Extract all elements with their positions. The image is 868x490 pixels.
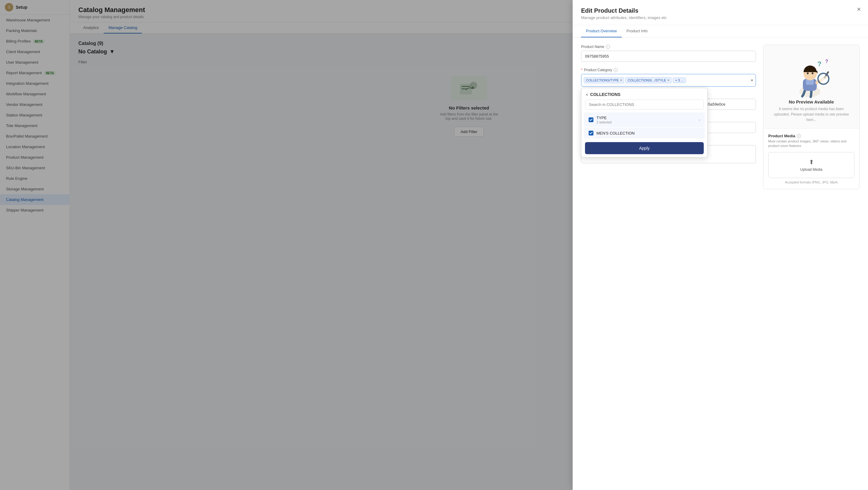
edit-product-modal: Edit Product Details Manage product attr… [572,0,868,490]
preview-side: ? ? No Preview Available It seems like n… [763,45,860,483]
collection-item-mens[interactable]: MEN'S COLLECTION [584,127,705,139]
tab-product-overview[interactable]: Product Overview [581,25,622,37]
accepted-formats: Accepted formats (PNG, JPG, Mp4) [768,180,855,184]
chips-more: + 3 ... [673,78,686,83]
upload-media-label: Upload Media [800,168,823,172]
collections-nav: ‹ COLLECTIONS [581,88,707,99]
chip-collections-type: COLLECTIONS/TYPE × [584,77,624,83]
no-preview-illustration-svg: ? ? [787,57,835,99]
category-chips-input[interactable]: COLLECTIONS/TYPE × COLLECTIONS/.../STYLE… [581,74,756,87]
product-name-group: Product Name i [581,45,756,62]
collections-search-input[interactable] [585,99,704,110]
apply-button[interactable]: Apply [585,142,704,154]
svg-text:?: ? [817,60,821,67]
chip-type-remove[interactable]: × [620,78,622,82]
collections-panel: ‹ COLLECTIONS [581,88,708,157]
collection-item-type[interactable]: TYPE 2 selected › [584,113,705,127]
collection-mens-text: MEN'S COLLECTION [596,131,700,136]
chevron-right-icon: › [699,117,700,122]
product-media-title: Product Media i [768,134,855,138]
no-preview-title: No Preview Available [789,99,834,105]
required-marker: * [581,68,583,72]
mens-checkbox[interactable] [589,131,593,136]
svg-point-12 [819,75,827,83]
form-side: Product Name i * Product Category i [581,45,756,483]
back-arrow-icon[interactable]: ‹ [586,92,588,97]
close-button[interactable]: × [857,6,861,13]
tab-product-info[interactable]: Product Info [622,25,652,37]
product-name-label: Product Name i [581,45,756,49]
modal-tabs: Product Overview Product Info [572,25,868,37]
product-media-section: Product Media i Must contain product ima… [764,128,859,189]
product-category-info-icon[interactable]: i [614,68,618,72]
preview-illustration: ? ? No Preview Available It seems like n… [764,45,859,128]
category-dropdown-wrapper: COLLECTIONS/TYPE × COLLECTIONS/.../STYLE… [581,74,756,87]
chip-collections-style: COLLECTIONS/.../STYLE × [625,77,672,83]
check-icon [590,132,592,134]
upload-icon: ⬆ [809,158,814,166]
check-icon [590,119,592,121]
product-media-info-icon[interactable]: i [797,134,801,138]
product-name-input[interactable] [581,51,756,62]
product-category-label: * Product Category i [581,68,756,72]
svg-point-10 [812,73,813,74]
no-preview-sub: It seems like no product media has been … [771,106,852,122]
modal-subtitle: Manage product attributes, identifiers, … [581,16,860,20]
product-media-sub: Must contain product images, 360° views,… [768,139,855,148]
modal-body: Product Name i * Product Category i [572,37,868,490]
preview-box: ? ? No Preview Available It seems like n… [763,45,860,189]
type-checkbox[interactable] [589,117,593,122]
modal-overlay: Edit Product Details Manage product attr… [0,0,868,490]
product-name-info-icon[interactable]: i [606,45,610,49]
chip-style-remove[interactable]: × [667,78,670,82]
product-category-group: * Product Category i COLLECTIONS/TYPE × … [581,68,756,87]
svg-point-9 [807,73,809,74]
collection-type-text: TYPE 2 selected [596,116,695,124]
chevron-down-icon: ▾ [751,78,753,82]
modal-header: Edit Product Details Manage product attr… [572,0,868,25]
upload-media-button[interactable]: ⬆ Upload Media [768,152,855,178]
modal-title: Edit Product Details [581,7,860,14]
svg-text:?: ? [825,59,828,64]
